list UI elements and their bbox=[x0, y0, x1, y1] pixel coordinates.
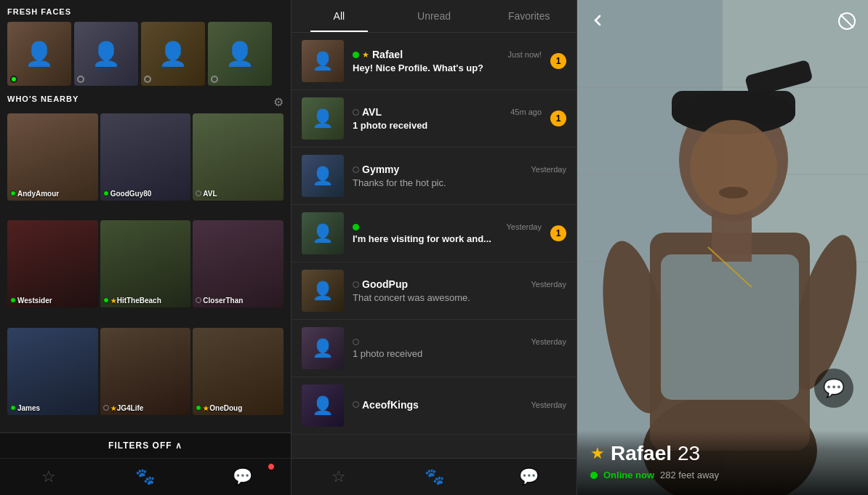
nearby-name: Westsider bbox=[10, 297, 52, 305]
msg-time: Yesterday bbox=[531, 401, 566, 409]
chat-icon: 💬 bbox=[823, 378, 845, 398]
chat-nav-icon: 💬 bbox=[233, 467, 252, 486]
msg-name: GoodPup bbox=[362, 278, 408, 290]
online-dot bbox=[103, 190, 109, 196]
offline-dot bbox=[77, 76, 84, 83]
msg-preview: 1 photo received bbox=[353, 348, 566, 359]
message-item-rafael[interactable]: 👤 ★ Rafael Just now! Hey! Nice Profile. … bbox=[292, 33, 576, 90]
nearby-name: ★OneDoug bbox=[196, 404, 242, 412]
fresh-face-2[interactable]: 👤 bbox=[74, 22, 138, 86]
fresh-faces-row: 👤 👤 👤 👤 bbox=[7, 22, 284, 86]
nearby-name: GoodGuy80 bbox=[103, 190, 152, 198]
msg-name-row bbox=[353, 339, 359, 345]
online-dot bbox=[196, 405, 201, 411]
nav-item-star[interactable]: ☆ bbox=[0, 459, 97, 495]
message-item-anon1[interactable]: 👤 Yesterday I'm here visiting for work a… bbox=[292, 205, 576, 262]
nearby-item-jg4life[interactable]: ★JG4Life bbox=[100, 328, 191, 415]
nearby-name: AndyAmour bbox=[10, 190, 59, 198]
offline-indicator bbox=[353, 401, 359, 408]
nearby-name: AVL bbox=[196, 190, 217, 198]
online-indicator bbox=[353, 224, 359, 230]
nearby-item-andyamour[interactable]: AndyAmour bbox=[7, 113, 98, 201]
nearby-name: James bbox=[10, 404, 40, 412]
grindr-nav-icon: 🐾 bbox=[135, 467, 155, 486]
nearby-name: ★JG4Life bbox=[103, 404, 144, 412]
profile-name: Rafael bbox=[611, 442, 672, 465]
offline-indicator bbox=[353, 339, 359, 345]
msg-content-anon2: Yesterday 1 photo received bbox=[353, 337, 566, 359]
star-nav-icon: ☆ bbox=[41, 467, 56, 486]
nearby-item-james[interactable]: James bbox=[7, 328, 98, 415]
message-item-gymmy[interactable]: 👤 Gymmy Yesterday Thanks for the hot pic… bbox=[292, 148, 576, 205]
online-dot bbox=[10, 76, 17, 83]
left-panel: FRESH FACES 👤 👤 👤 👤 WHO'S NEARBY ⚙ bbox=[0, 0, 291, 495]
block-button[interactable] bbox=[837, 12, 856, 35]
message-item-anon2[interactable]: 👤 Yesterday 1 photo received bbox=[292, 320, 576, 377]
msg-avatar-anon2: 👤 bbox=[302, 327, 344, 369]
profile-name-row: ★ Rafael 23 bbox=[590, 442, 855, 465]
nav-item-grindr-mid[interactable]: 🐾 bbox=[387, 459, 482, 495]
offline-dot bbox=[196, 190, 201, 196]
msg-preview: That concert was awesome. bbox=[353, 292, 566, 303]
msg-name-row bbox=[353, 224, 359, 230]
nearby-item-westsider[interactable]: Westsider bbox=[7, 220, 98, 307]
fresh-faces-title: FRESH FACES bbox=[7, 7, 284, 16]
gear-icon[interactable]: ⚙ bbox=[273, 95, 284, 109]
back-button[interactable] bbox=[589, 12, 606, 33]
nearby-item-hitthebeach[interactable]: ★HitTheBeach bbox=[100, 220, 191, 307]
tab-favorites[interactable]: Favorites bbox=[481, 0, 576, 32]
profile-distance: 282 feet away bbox=[660, 470, 719, 480]
msg-name-row: ★ Rafael bbox=[353, 49, 403, 60]
svg-rect-14 bbox=[712, 211, 752, 262]
msg-top: Yesterday bbox=[353, 337, 566, 346]
chat-button[interactable]: 💬 bbox=[814, 369, 853, 408]
unread-badge: 1 bbox=[550, 110, 566, 126]
nearby-item-goodguy80[interactable]: GoodGuy80 bbox=[100, 113, 191, 201]
msg-top: GoodPup Yesterday bbox=[353, 278, 566, 290]
bottom-nav-mid: ☆ 🐾 💬 bbox=[292, 458, 576, 495]
fresh-face-1[interactable]: 👤 bbox=[7, 22, 71, 86]
msg-content-aceofkings: AceofKings Yesterday bbox=[353, 399, 566, 413]
msg-avatar-gymmy: 👤 bbox=[302, 155, 344, 197]
tab-unread[interactable]: Unread bbox=[387, 0, 482, 32]
message-item-avl[interactable]: 👤 AVL 45m ago 1 photo received 1 bbox=[292, 90, 576, 148]
msg-time: Yesterday bbox=[531, 165, 566, 174]
msg-top: Yesterday bbox=[353, 222, 542, 231]
msg-avatar-anon1: 👤 bbox=[302, 212, 344, 254]
fresh-face-4[interactable]: 👤 bbox=[208, 22, 272, 86]
nearby-item-closerthan[interactable]: CloserThan bbox=[193, 220, 284, 307]
msg-time: Yesterday bbox=[531, 337, 566, 346]
chat-icon: 💬 bbox=[519, 467, 539, 486]
nav-item-grindr[interactable]: 🐾 bbox=[97, 459, 193, 495]
star-icon: ★ bbox=[110, 405, 116, 412]
bottom-nav-left: ☆ 🐾 💬 bbox=[0, 458, 291, 495]
msg-content-avl: AVL 45m ago 1 photo received bbox=[353, 106, 542, 131]
msg-preview: I'm here visiting for work and... bbox=[353, 233, 542, 244]
msg-name: Rafael bbox=[372, 49, 403, 60]
offline-indicator bbox=[353, 109, 359, 116]
message-item-aceofkings[interactable]: 👤 AceofKings Yesterday bbox=[292, 377, 576, 435]
msg-time: Just now! bbox=[508, 50, 542, 59]
message-item-goodpup[interactable]: 👤 GoodPup Yesterday That concert was awe… bbox=[292, 262, 576, 320]
nav-item-star-mid[interactable]: ☆ bbox=[292, 459, 387, 495]
fresh-faces-section: FRESH FACES 👤 👤 👤 👤 bbox=[0, 0, 291, 90]
msg-content-anon1: Yesterday I'm here visiting for work and… bbox=[353, 222, 542, 244]
fresh-face-3[interactable]: 👤 bbox=[141, 22, 205, 86]
offline-indicator bbox=[353, 281, 359, 288]
nearby-item-avl[interactable]: AVL bbox=[193, 113, 284, 201]
filters-bar[interactable]: FILTERS OFF ∧ bbox=[0, 432, 291, 458]
offline-dot bbox=[103, 405, 109, 411]
nearby-name: CloserThan bbox=[196, 297, 243, 305]
profile-age: 23 bbox=[678, 442, 700, 465]
svg-point-15 bbox=[690, 120, 777, 214]
notification-badge bbox=[268, 463, 275, 470]
nearby-item-onedoug[interactable]: ★OneDoug bbox=[193, 328, 284, 415]
msg-name-row: GoodPup bbox=[353, 278, 408, 290]
msg-preview: Thanks for the hot pic. bbox=[353, 177, 566, 188]
online-dot bbox=[103, 297, 109, 303]
offline-dot bbox=[211, 76, 218, 83]
nav-item-chat[interactable]: 💬 bbox=[194, 459, 291, 495]
tab-all[interactable]: All bbox=[292, 0, 387, 32]
tabs-row: All Unread Favorites bbox=[292, 0, 576, 33]
nav-item-chat-mid[interactable]: 💬 bbox=[481, 459, 576, 495]
